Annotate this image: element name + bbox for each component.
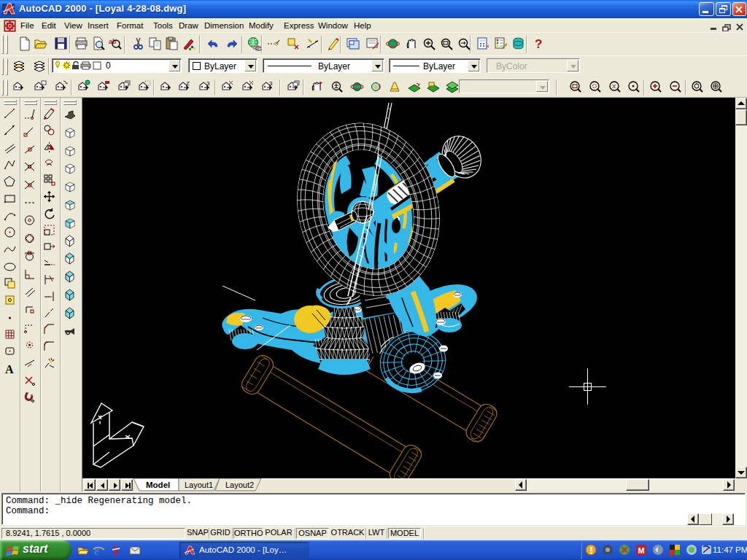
svg-text:3: 3 [206, 80, 210, 87]
svg-text:3: 3 [269, 80, 273, 87]
svg-text:X: X [612, 83, 616, 90]
svg-text:e: e [94, 544, 100, 557]
svg-text:?: ? [535, 37, 542, 51]
svg-text:A: A [5, 363, 14, 376]
svg-text:Model: Model [146, 481, 170, 489]
svg-text:0: 0 [106, 61, 111, 71]
svg-text:Layout2: Layout2 [225, 481, 254, 489]
svg-text:Z: Z [186, 80, 190, 87]
svg-text:Layout1: Layout1 [185, 481, 213, 489]
svg-text:M: M [638, 546, 645, 555]
